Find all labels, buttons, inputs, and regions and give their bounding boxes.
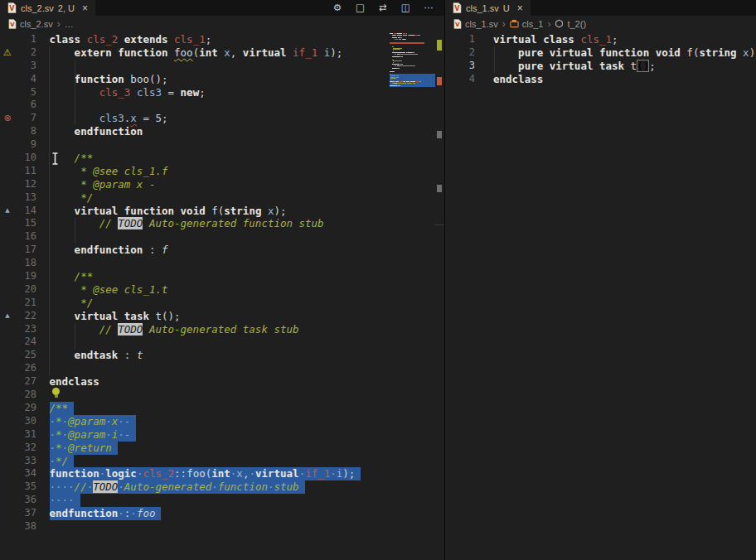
code-line[interactable]: ⊗7 cls3.x = 5;: [0, 112, 444, 125]
stop-square-icon[interactable]: □: [356, 3, 365, 13]
warning-marker: [437, 40, 442, 51]
code-editor-left[interactable]: 1class cls_2 extends cls_1;⚠2 extern fun…: [0, 31, 444, 560]
line-number: 13: [15, 191, 36, 205]
code-line[interactable]: ▲14 virtual function void f(string x);: [0, 205, 444, 218]
code-line[interactable]: 12 * @param x -: [0, 178, 444, 191]
code-line[interactable]: 18: [0, 257, 444, 270]
systemverilog-file-icon: V: [8, 19, 17, 29]
breadcrumb-left: V cls_2.sv › …: [0, 16, 444, 31]
code-line[interactable]: 28: [0, 389, 444, 402]
minimap-line: [410, 35, 414, 36]
overview-ruler[interactable]: [435, 31, 444, 560]
minimap-line: [392, 68, 396, 69]
code-line[interactable]: 32·*·@return: [0, 442, 444, 455]
code-editor-right[interactable]: 1virtual class cls_1;2 pure virtual func…: [445, 31, 756, 560]
code-text: extern function foo(int x, virtual if_1 …: [50, 46, 343, 60]
settings-gear-icon[interactable]: ⚙: [333, 3, 342, 13]
minimap-line: [405, 35, 407, 36]
line-number: 2: [15, 46, 36, 60]
chevron-right-icon: ›: [57, 18, 61, 30]
code-line[interactable]: 6: [0, 99, 444, 112]
split-editor-icon[interactable]: ◫: [401, 3, 410, 13]
breadcrumb-class[interactable]: cls_1: [522, 19, 544, 29]
indent-guide: [75, 323, 75, 350]
minimap-line: [400, 65, 415, 66]
code-line[interactable]: 35····//·TODO·Auto-generated·function·st…: [0, 480, 444, 494]
breadcrumb-symbol[interactable]: t_2(): [567, 19, 586, 29]
method-symbol-icon: [555, 19, 564, 28]
code-line[interactable]: ⚠2 extern function foo(int x, virtual if…: [0, 46, 444, 60]
code-line[interactable]: ▲22 virtual task t();: [0, 310, 444, 323]
close-icon[interactable]: ×: [82, 3, 88, 13]
code-line[interactable]: 24: [0, 336, 444, 349]
code-line[interactable]: 30·*·@param·x·-: [0, 415, 444, 428]
minimap[interactable]: [390, 33, 435, 124]
code-line[interactable]: 33·*/: [0, 455, 444, 468]
code-text: * @param x -: [50, 178, 156, 191]
minimap-line: [391, 78, 395, 79]
line-number: 6: [15, 99, 36, 112]
svg-text:V: V: [9, 5, 15, 12]
code-line[interactable]: 15 // TODO Auto-generated function stub: [0, 217, 444, 230]
breadcrumb-right: V cls_1.sv › cls_1 › t_2(): [445, 16, 756, 31]
code-line[interactable]: 38: [0, 520, 444, 533]
code-line[interactable]: 8 endfunction: [0, 125, 444, 138]
line-number: 28: [15, 389, 36, 402]
more-actions-icon[interactable]: ⋯: [424, 3, 434, 13]
indent-guide: [49, 46, 50, 376]
minimap-line: [397, 83, 406, 84]
systemverilog-file-icon: V: [453, 2, 462, 13]
code-line[interactable]: 27endclass: [0, 375, 444, 389]
code-line[interactable]: 11 * @see cls_1.f: [0, 165, 444, 178]
code-line[interactable]: 25 endtask : t: [0, 349, 444, 362]
tab-cls_2-sv[interactable]: V cls_2.sv 2, U ×: [0, 0, 95, 16]
code-line[interactable]: 2 pure virtual function void f(string x)…: [445, 46, 756, 60]
code-line[interactable]: 34function·logic·cls_2::foo(int·x,·virtu…: [0, 467, 444, 480]
tab-badge: U: [503, 3, 510, 13]
code-line[interactable]: 1virtual class cls_1;: [445, 33, 756, 46]
code-text: */: [50, 297, 94, 310]
code-line[interactable]: 1class cls_2 extends cls_1;: [0, 33, 444, 46]
code-line[interactable]: 29/**: [0, 402, 444, 415]
code-line[interactable]: 16: [0, 230, 444, 244]
code-text: ····//·TODO·Auto-generated·function·stub: [50, 480, 305, 494]
code-line[interactable]: 17 endfunction : f: [0, 244, 444, 257]
code-text: function boo();: [50, 73, 168, 86]
code-line[interactable]: 31·*·@param·i·-: [0, 428, 444, 442]
line-number: 11: [15, 165, 36, 178]
code-line[interactable]: 3 pure virtual task t();: [445, 60, 756, 73]
code-line[interactable]: 26: [0, 362, 444, 375]
code-line[interactable]: 13 */: [0, 191, 444, 205]
minimap-line: [392, 56, 400, 57]
line-number: 23: [15, 323, 36, 336]
tab-label: cls_1.sv: [466, 3, 499, 13]
lightbulb-icon[interactable]: [52, 388, 60, 395]
code-line[interactable]: 3: [0, 60, 444, 73]
minimap-line: [401, 56, 403, 57]
sync-changes-icon[interactable]: ⇄: [379, 3, 387, 13]
editor-actions: ⚙ □ ⇄ ◫ ⋯: [333, 0, 444, 16]
minimap-line: [393, 60, 402, 61]
code-line[interactable]: 21 */: [0, 297, 444, 310]
code-line[interactable]: 20 * @see cls_1.t: [0, 283, 444, 297]
line-number: 3: [15, 60, 36, 73]
code-line[interactable]: 5 cls_3 cls3 = new;: [0, 86, 444, 99]
code-line[interactable]: 9: [0, 138, 444, 152]
breadcrumb-file[interactable]: cls_1.sv: [465, 19, 498, 29]
tab-cls_1-sv[interactable]: V cls_1.sv U ×: [445, 0, 531, 16]
code-line[interactable]: 36····: [0, 494, 444, 507]
code-line[interactable]: 4 function boo();: [0, 73, 444, 86]
code-line[interactable]: 19 /**: [0, 270, 444, 283]
line-number: 4: [15, 73, 36, 86]
code-line[interactable]: 37endfunction·:·foo: [0, 507, 444, 520]
breadcrumb-more[interactable]: …: [65, 19, 74, 29]
code-line[interactable]: 4endclass: [445, 73, 756, 86]
close-icon[interactable]: ×: [517, 3, 523, 13]
breadcrumb-file[interactable]: cls_2.sv: [20, 19, 53, 29]
line-number: 17: [15, 244, 36, 257]
tabbar-right: V cls_1.sv U ×: [445, 0, 756, 16]
code-line[interactable]: 23 // TODO Auto-generated task stub: [0, 323, 444, 336]
code-line[interactable]: 10 /**: [0, 152, 444, 165]
minimap-line: [397, 35, 402, 36]
line-number: 19: [15, 270, 36, 283]
